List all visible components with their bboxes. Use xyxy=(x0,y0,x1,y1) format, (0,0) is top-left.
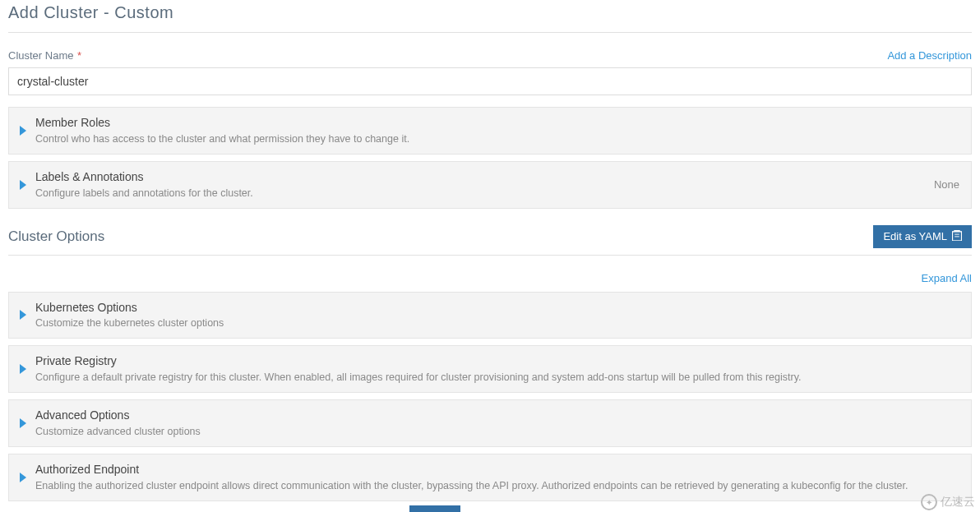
edit-as-yaml-button[interactable]: Edit as YAML xyxy=(873,225,972,248)
expander-title: Kubernetes Options xyxy=(35,300,959,316)
expander-subtitle: Configure a default private registry for… xyxy=(35,371,959,385)
cluster-options-heading: Cluster Options xyxy=(8,228,104,245)
primary-action-button[interactable] xyxy=(409,505,460,512)
watermark: ✦ 亿速云 xyxy=(921,494,975,510)
yaml-button-label: Edit as YAML xyxy=(883,230,947,242)
expander-title: Private Registry xyxy=(35,353,959,369)
add-description-link[interactable]: Add a Description xyxy=(887,49,972,62)
clipboard-icon xyxy=(952,230,962,243)
expander-subtitle: Configure labels and annotations for the… xyxy=(35,187,927,201)
divider xyxy=(8,255,972,256)
divider xyxy=(8,32,972,33)
chevron-right-icon xyxy=(17,418,29,428)
expander-kubernetes-options[interactable]: Kubernetes Options Customize the kuberne… xyxy=(8,292,972,339)
page-title: Add Cluster - Custom xyxy=(8,3,972,32)
expander-title: Advanced Options xyxy=(35,408,959,423)
expander-authorized-endpoint[interactable]: Authorized Endpoint Enabling the authori… xyxy=(8,454,972,501)
chevron-right-icon xyxy=(17,473,29,482)
svg-rect-3 xyxy=(955,236,959,237)
cluster-name-input[interactable] xyxy=(8,67,972,95)
expander-labels-annotations[interactable]: Labels & Annotations Configure labels an… xyxy=(8,161,972,209)
watermark-icon: ✦ xyxy=(921,494,937,510)
chevron-right-icon xyxy=(17,126,29,136)
expander-title: Authorized Endpoint xyxy=(35,462,959,477)
expander-subtitle: Control who has access to the cluster an… xyxy=(35,132,959,146)
watermark-text: 亿速云 xyxy=(941,495,975,510)
expander-title: Labels & Annotations xyxy=(35,169,927,185)
expander-subtitle: Customize advanced cluster options xyxy=(35,425,959,439)
expander-member-roles[interactable]: Member Roles Control who has access to t… xyxy=(8,107,972,155)
expander-right-value: None xyxy=(934,178,959,191)
expander-subtitle: Customize the kubernetes cluster options xyxy=(35,316,959,330)
svg-rect-2 xyxy=(955,233,959,234)
expand-all-link[interactable]: Expand All xyxy=(922,272,972,284)
expander-subtitle: Enabling the authorized cluster endpoint… xyxy=(35,479,959,493)
chevron-right-icon xyxy=(17,364,29,374)
cluster-name-label: Cluster Name xyxy=(8,49,73,62)
expander-advanced-options[interactable]: Advanced Options Customize advanced clus… xyxy=(8,399,972,447)
required-mark: * xyxy=(77,49,81,62)
chevron-right-icon xyxy=(17,180,29,190)
expander-title: Member Roles xyxy=(35,115,959,131)
chevron-right-icon xyxy=(17,310,29,320)
expander-private-registry[interactable]: Private Registry Configure a default pri… xyxy=(8,345,972,393)
